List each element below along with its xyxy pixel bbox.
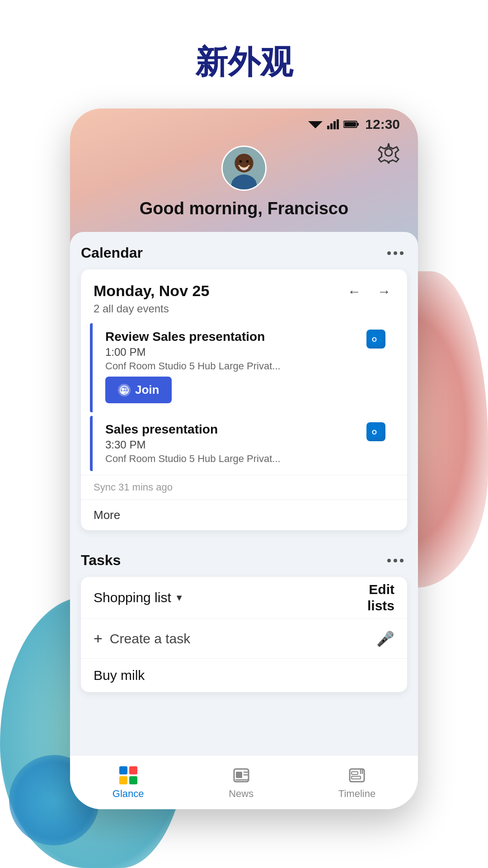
calendar-card: Monday, Nov 25 2 all day events ← → Revi…: [81, 269, 407, 530]
tasks-section-header: Tasks: [81, 539, 407, 577]
tab-timeline[interactable]: Timeline: [325, 761, 389, 804]
teams-join-icon: [118, 384, 131, 396]
status-time: 12:30: [365, 117, 400, 132]
dropdown-arrow-icon: ▼: [175, 593, 184, 603]
tdot3: [400, 559, 404, 562]
create-task-label: Create a task: [110, 631, 190, 646]
all-day-events: 2 all day events: [94, 302, 344, 315]
phone-frame: 12:30: [70, 108, 418, 809]
tab-news[interactable]: News: [215, 761, 267, 804]
lists-label: lists: [367, 598, 394, 613]
microphone-icon[interactable]: 🎤: [376, 630, 394, 647]
join-label: Join: [135, 383, 159, 397]
nav-arrows: ← →: [344, 282, 394, 301]
scroll-content: Calendar Monday, Nov 25 2 all day events…: [70, 232, 418, 783]
avatar: [221, 146, 267, 191]
glance-sq-4: [129, 776, 137, 784]
tdot2: [394, 559, 397, 562]
calendar-section-header: Calendar: [81, 232, 407, 269]
svg-rect-4: [337, 119, 339, 129]
svg-rect-6: [357, 123, 359, 126]
svg-text:O: O: [372, 336, 377, 343]
event-1-content: Review Sales presentation 1:00 PM Conf R…: [105, 330, 360, 406]
event-2-time: 3:30 PM: [105, 439, 360, 451]
svg-point-18: [124, 391, 127, 393]
event-1-time: 1:00 PM: [105, 346, 360, 359]
news-icon: [231, 765, 251, 785]
more-link[interactable]: More: [81, 500, 407, 530]
shopping-list-label[interactable]: Shopping list ▼: [94, 590, 184, 605]
glance-sq-1: [119, 766, 127, 774]
timeline-label: Timeline: [338, 788, 375, 800]
svg-rect-29: [352, 772, 358, 774]
dot2: [394, 251, 397, 255]
sync-text: Sync 31 mins ago: [81, 475, 407, 500]
tdot1: [387, 559, 391, 562]
settings-icon[interactable]: [377, 141, 400, 164]
create-task-row[interactable]: + Create a task 🎤: [81, 619, 407, 659]
tasks-title: Tasks: [81, 552, 121, 569]
svg-rect-7: [344, 122, 356, 127]
calendar-section: Calendar Monday, Nov 25 2 all day events…: [81, 232, 407, 530]
glance-label: Glance: [113, 788, 144, 800]
status-icons: [308, 119, 359, 129]
page-title: 新外观: [0, 41, 488, 84]
glance-sq-2: [129, 766, 137, 774]
svg-point-13: [246, 160, 249, 163]
greeting-text: Good morning, Francisco: [140, 199, 348, 218]
event-item-1: Review Sales presentation 1:00 PM Conf R…: [90, 323, 398, 412]
calendar-title: Calendar: [81, 245, 143, 261]
svg-point-8: [385, 149, 392, 156]
shopping-list-text: Shopping list: [94, 590, 171, 605]
buy-milk-row: Buy milk: [81, 659, 407, 692]
create-task-left: + Create a task: [94, 630, 190, 647]
outlook-icon-2: O: [366, 422, 385, 441]
join-button[interactable]: Join: [105, 377, 172, 403]
event-item-2: Sales presentation 3:30 PM Conf Room Stu…: [90, 416, 398, 471]
tasks-more-button[interactable]: [384, 555, 407, 566]
svg-rect-2: [330, 123, 333, 129]
glance-sq-3: [119, 776, 127, 784]
timeline-icon: [347, 765, 367, 785]
plus-icon: +: [94, 630, 103, 647]
calendar-date: Monday, Nov 25: [94, 282, 344, 300]
calendar-more-button[interactable]: [384, 248, 407, 259]
status-bar: 12:30: [70, 108, 418, 137]
event-2-content: Sales presentation 3:30 PM Conf Room Stu…: [105, 422, 360, 465]
profile-section: Good morning, Francisco: [70, 137, 418, 232]
svg-rect-1: [327, 126, 329, 129]
bottom-nav: Glance News: [70, 755, 418, 809]
tasks-section: Tasks Shopping list ▼ Edit lists: [81, 539, 407, 692]
wifi-icon: [308, 119, 323, 129]
event-2-title: Sales presentation: [105, 422, 360, 437]
svg-rect-30: [352, 776, 361, 779]
news-label: News: [229, 788, 253, 800]
event-1-title: Review Sales presentation: [105, 330, 360, 344]
shopping-list-row: Shopping list ▼ Edit lists: [81, 577, 407, 619]
svg-point-12: [239, 160, 242, 163]
glance-icon: [118, 765, 138, 785]
svg-rect-3: [333, 121, 336, 129]
svg-point-16: [125, 388, 127, 390]
tasks-card: Shopping list ▼ Edit lists + Create a ta…: [81, 577, 407, 692]
event-1-location: Conf Room Studio 5 Hub Large Privat...: [105, 360, 360, 372]
svg-point-15: [122, 388, 124, 391]
event-2-location: Conf Room Studio 5 Hub Large Privat...: [105, 453, 360, 465]
calendar-date-row: Monday, Nov 25 2 all day events ← →: [81, 269, 407, 320]
battery-icon: [343, 120, 359, 128]
svg-marker-0: [308, 121, 323, 128]
outlook-icon-1: O: [366, 330, 385, 349]
tab-glance[interactable]: Glance: [99, 761, 158, 804]
prev-day-button[interactable]: ←: [344, 282, 365, 301]
svg-text:O: O: [372, 429, 377, 436]
edit-label: Edit: [369, 582, 394, 597]
buy-milk-text: Buy milk: [94, 668, 145, 683]
dot1: [387, 251, 391, 255]
signal-icon: [327, 119, 339, 129]
edit-lists-button[interactable]: Edit lists: [367, 581, 394, 614]
calendar-date-info: Monday, Nov 25 2 all day events: [94, 282, 344, 315]
dot3: [400, 251, 404, 255]
svg-rect-24: [236, 772, 242, 778]
next-day-button[interactable]: →: [374, 282, 394, 301]
